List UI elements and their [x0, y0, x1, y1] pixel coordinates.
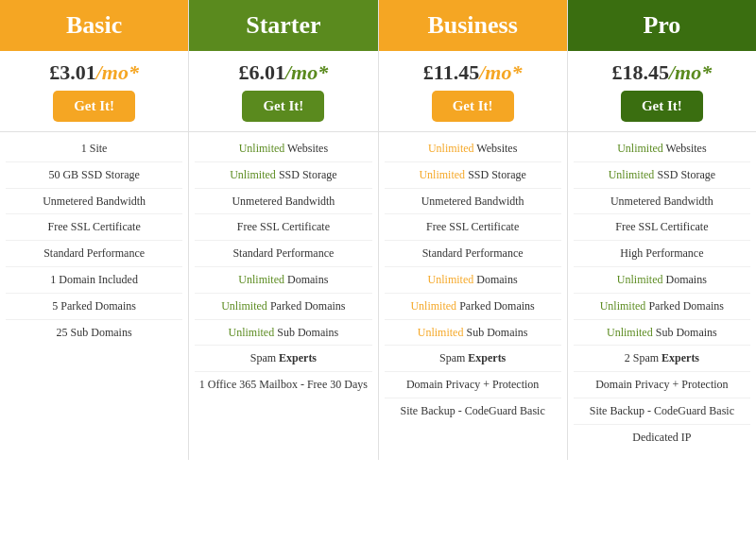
- feature-item: Unlimited Domains: [574, 267, 750, 294]
- feature-item: Unlimited Websites: [385, 136, 561, 162]
- pricing-table: Basic£3.01/mo*Get It!1 Site50 GB SSD Sto…: [0, 0, 756, 460]
- feature-item: 1 Site: [6, 136, 182, 162]
- feature-item: 25 Sub Domains: [6, 320, 182, 346]
- feature-item: Unlimited Parked Domains: [195, 294, 371, 320]
- plan-basic: Basic£3.01/mo*Get It!1 Site50 GB SSD Sto…: [0, 0, 189, 460]
- get-button-pro[interactable]: Get It!: [621, 91, 703, 122]
- feature-item: Free SSL Certificate: [385, 214, 561, 241]
- plan-header-business: Business: [379, 0, 567, 51]
- feature-item: Unlimited Websites: [574, 136, 750, 162]
- plan-price-starter: £6.01/mo*: [232, 51, 336, 91]
- feature-item: 50 GB SSD Storage: [6, 162, 182, 189]
- feature-item: Unlimited SSD Storage: [574, 162, 750, 189]
- plan-starter: Starter£6.01/mo*Get It!Unlimited Website…: [189, 0, 378, 460]
- feature-item: Unmetered Bandwidth: [195, 189, 371, 215]
- plan-price-pro: £18.45/mo*: [605, 51, 720, 91]
- plan-header-basic: Basic: [0, 0, 188, 51]
- feature-item: 1 Office 365 Mailbox - Free 30 Days: [195, 372, 371, 398]
- features-pro: Unlimited WebsitesUnlimited SSD StorageU…: [568, 131, 756, 460]
- feature-item: Unlimited Parked Domains: [574, 294, 750, 320]
- get-button-business[interactable]: Get It!: [432, 91, 514, 122]
- feature-item: Unlimited Domains: [195, 267, 371, 294]
- feature-item: Free SSL Certificate: [195, 214, 371, 241]
- features-basic: 1 Site50 GB SSD StorageUnmetered Bandwid…: [0, 131, 188, 354]
- feature-item: Unlimited Sub Domains: [195, 320, 371, 347]
- features-business: Unlimited WebsitesUnlimited SSD StorageU…: [379, 131, 567, 433]
- plan-business: Business£11.45/mo*Get It!Unlimited Websi…: [379, 0, 568, 460]
- feature-item: Standard Performance: [385, 241, 561, 267]
- feature-item: Unmetered Bandwidth: [574, 189, 750, 215]
- plan-header-starter: Starter: [189, 0, 377, 51]
- feature-item: Site Backup - CodeGuard Basic: [574, 398, 750, 425]
- feature-item: Spam Experts: [195, 346, 371, 372]
- feature-item: Dedicated IP: [574, 425, 750, 450]
- feature-item: Standard Performance: [6, 241, 182, 267]
- get-button-basic[interactable]: Get It!: [53, 91, 135, 122]
- feature-item: Unlimited Websites: [195, 136, 371, 162]
- feature-item: Unlimited Parked Domains: [385, 294, 561, 320]
- feature-item: 5 Parked Domains: [6, 294, 182, 320]
- feature-item: Unmetered Bandwidth: [6, 189, 182, 215]
- plan-pro: Pro£18.45/mo*Get It!Unlimited WebsitesUn…: [568, 0, 756, 460]
- feature-item: Unlimited Sub Domains: [574, 320, 750, 347]
- feature-item: Free SSL Certificate: [574, 214, 750, 241]
- feature-item: Unlimited Domains: [385, 267, 561, 294]
- feature-item: Site Backup - CodeGuard Basic: [385, 398, 561, 424]
- plan-price-business: £11.45/mo*: [416, 51, 530, 91]
- plan-price-basic: £3.01/mo*: [42, 51, 146, 91]
- feature-item: 1 Domain Included: [6, 267, 182, 294]
- feature-item: Standard Performance: [195, 241, 371, 267]
- feature-item: High Performance: [574, 241, 750, 267]
- features-starter: Unlimited WebsitesUnlimited SSD StorageU…: [189, 131, 377, 407]
- feature-item: Unlimited Sub Domains: [385, 320, 561, 347]
- feature-item: Spam Experts: [385, 346, 561, 372]
- feature-item: 2 Spam Experts: [574, 346, 750, 372]
- feature-item: Unlimited SSD Storage: [195, 162, 371, 189]
- feature-item: Domain Privacy + Protection: [574, 372, 750, 398]
- feature-item: Unlimited SSD Storage: [385, 162, 561, 189]
- feature-item: Unmetered Bandwidth: [385, 189, 561, 215]
- feature-item: Domain Privacy + Protection: [385, 372, 561, 398]
- plan-header-pro: Pro: [568, 0, 756, 51]
- get-button-starter[interactable]: Get It!: [242, 91, 324, 122]
- feature-item: Free SSL Certificate: [6, 214, 182, 241]
